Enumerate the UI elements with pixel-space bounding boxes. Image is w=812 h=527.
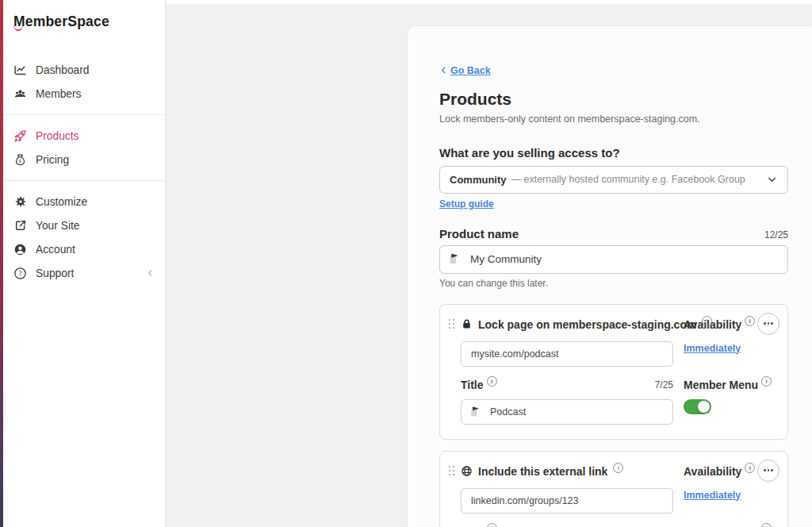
sidebar-item-customize[interactable]: Customize <box>3 190 165 213</box>
product-name-hint: You can change this later. <box>439 278 788 289</box>
member-menu-toggle[interactable] <box>684 399 711 414</box>
card-heading: Include this external link <box>478 465 607 478</box>
external-url-field[interactable] <box>461 488 673 514</box>
file-flag-icon <box>469 406 482 418</box>
info-icon[interactable]: i <box>761 523 772 527</box>
memberspace-logo[interactable]: MemberSpace <box>3 0 165 30</box>
drag-handle-icon[interactable] <box>449 315 461 425</box>
sidebar-item-pricing[interactable]: $ Pricing <box>3 148 165 171</box>
gear-icon <box>13 195 27 209</box>
sidebar-item-account[interactable]: Account <box>3 237 165 261</box>
sidebar-item-label: Support <box>36 267 74 279</box>
sidebar-item-label: Pricing <box>36 154 69 166</box>
sidebar-item-label: Dashboard <box>36 64 90 76</box>
product-type-select[interactable]: Community — externally hosted community … <box>439 166 788 194</box>
go-back-label: Go Back <box>450 65 491 76</box>
chevron-down-icon <box>766 174 778 186</box>
page-title: Products <box>439 90 788 109</box>
svg-text:?: ? <box>18 270 21 277</box>
sidebar-divider <box>3 114 165 115</box>
select-description: — externally hosted community e.g. Faceb… <box>511 174 745 185</box>
select-value: Community <box>450 174 507 186</box>
sidebar-item-label: Customize <box>36 196 87 208</box>
page-subtitle: Lock members-only content on memberspace… <box>439 113 788 125</box>
availability-link[interactable]: Immediately <box>684 343 741 354</box>
product-name-field[interactable] <box>439 245 788 274</box>
info-icon[interactable]: i <box>487 523 497 527</box>
availability-label: Availability <box>684 465 741 478</box>
go-back-link[interactable]: Go Back <box>439 65 491 76</box>
info-icon[interactable]: i <box>487 376 497 387</box>
title-field[interactable] <box>461 399 673 425</box>
chart-icon <box>13 63 27 77</box>
title-label: Title <box>461 379 484 391</box>
sidebar-item-members[interactable]: Members <box>3 82 165 106</box>
page-url-field[interactable] <box>461 341 673 367</box>
moneybag-icon: $ <box>13 153 27 167</box>
ellipsis-menu-button[interactable] <box>757 313 779 335</box>
sidebar-item-your-site[interactable]: Your Site <box>3 213 165 237</box>
rocket-icon <box>13 129 27 143</box>
sidebar: MemberSpace Dashboard Members <box>3 0 166 527</box>
title-input[interactable] <box>488 406 665 418</box>
sidebar-item-products[interactable]: Products <box>3 124 165 148</box>
info-icon[interactable]: i <box>761 376 772 387</box>
info-icon[interactable]: i <box>613 463 623 473</box>
sidebar-divider <box>3 180 165 181</box>
product-name-counter: 12/25 <box>764 229 788 240</box>
content-card-external-link: Include this external link i Titlei 3/25 <box>439 451 788 527</box>
page-url-input[interactable] <box>469 348 665 360</box>
availability-label: Availability <box>684 318 741 331</box>
logo-m: M <box>13 13 25 30</box>
ellipsis-menu-button[interactable] <box>757 460 779 482</box>
sidebar-item-label: Account <box>36 244 75 256</box>
member-menu-label: Member Menu <box>684 379 758 391</box>
users-icon <box>13 87 27 101</box>
main-panel: Go Back Products Lock members-only conte… <box>408 26 812 527</box>
setup-guide-link[interactable]: Setup guide <box>439 198 494 210</box>
external-url-input[interactable] <box>469 494 665 507</box>
external-link-icon <box>13 219 27 233</box>
question-icon: ? <box>13 267 27 280</box>
availability-link[interactable]: Immediately <box>684 490 741 501</box>
globe-icon <box>461 465 473 477</box>
lock-icon <box>461 318 473 330</box>
logo-rest: emberSpace <box>25 13 109 29</box>
chevron-left-icon <box>439 66 448 75</box>
account-icon <box>13 243 27 256</box>
sidebar-item-support[interactable]: ? Support <box>3 261 165 285</box>
svg-text:$: $ <box>19 158 22 163</box>
title-counter: 7/25 <box>655 379 673 390</box>
info-icon[interactable]: i <box>745 316 755 326</box>
selling-question-heading: What are you selling access to? <box>439 146 788 160</box>
sidebar-item-dashboard[interactable]: Dashboard <box>3 58 165 82</box>
info-icon[interactable]: i <box>745 463 755 473</box>
product-name-input[interactable] <box>469 252 779 266</box>
top-strip <box>167 0 812 4</box>
sidebar-item-label: Products <box>36 130 79 142</box>
chevron-left-icon[interactable] <box>145 268 155 278</box>
drag-handle-icon[interactable] <box>449 462 461 527</box>
sidebar-item-label: Your Site <box>36 220 79 232</box>
sidebar-nav: Dashboard Members <box>3 58 165 285</box>
content-card-lock-page: Lock page on memberspace-staging.com i T… <box>439 304 788 440</box>
product-name-heading: Product name <box>439 227 519 240</box>
sidebar-item-label: Members <box>36 88 82 100</box>
file-flag-icon <box>448 252 462 266</box>
card-heading: Lock page on memberspace-staging.com <box>478 318 696 331</box>
